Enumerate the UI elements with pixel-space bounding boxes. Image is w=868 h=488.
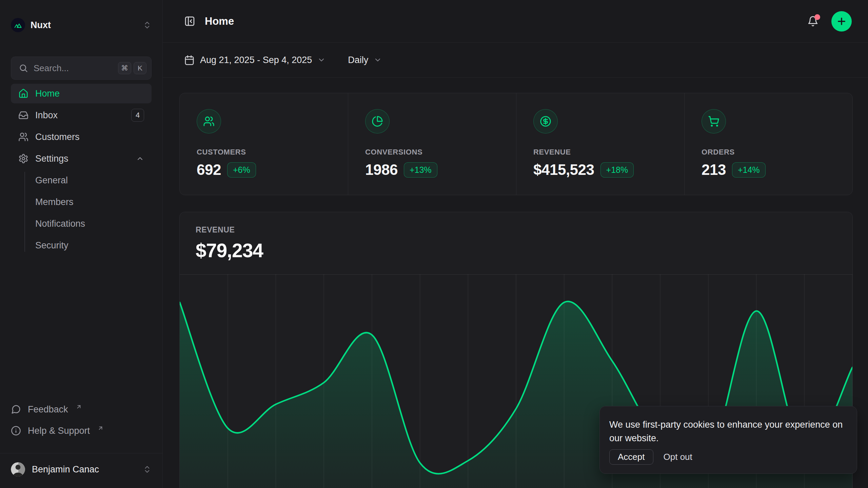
- stat-change-badge: +6%: [227, 162, 256, 178]
- user-menu[interactable]: Benjamin Canac: [11, 460, 152, 479]
- cookie-banner: We use first-party cookies to enhance yo…: [599, 406, 857, 474]
- stat-label: ORDERS: [702, 148, 835, 157]
- calendar-icon: [184, 55, 195, 65]
- filters-toolbar: Aug 21, 2025 - Sep 4, 2025 Daily: [163, 43, 868, 78]
- circle-dollar-icon: [533, 109, 558, 134]
- stat-change-badge: +18%: [600, 162, 634, 178]
- sidebar-item-label: General: [35, 175, 68, 186]
- accept-cookies-button[interactable]: Accept: [609, 449, 653, 465]
- chevron-up-icon: [136, 155, 144, 163]
- chevrons-up-down-icon: [143, 465, 152, 474]
- workspace-name: Nuxt: [31, 20, 51, 30]
- sidebar-item-label: Security: [35, 240, 68, 251]
- sidebar-item-label: Notifications: [35, 219, 85, 229]
- settings-subnav: General Members Notifications Security: [11, 170, 152, 255]
- stat-label: CONVERSIONS: [365, 148, 499, 157]
- add-button[interactable]: [831, 11, 852, 32]
- kbd-k: K: [134, 62, 146, 74]
- kbd-cmd: ⌘: [118, 62, 131, 74]
- chevron-down-icon: [374, 56, 382, 64]
- user-name: Benjamin Canac: [32, 464, 99, 475]
- users-icon: [18, 132, 28, 142]
- search-input[interactable]: Search... ⌘ K: [11, 57, 152, 80]
- search-icon: [19, 63, 28, 73]
- date-range-value: Aug 21, 2025 - Sep 4, 2025: [200, 55, 312, 65]
- stat-conversions: CONVERSIONS 1986 +13%: [348, 93, 516, 195]
- external-link-icon: [97, 425, 104, 431]
- stat-label: REVENUE: [533, 148, 667, 157]
- workspace-switcher[interactable]: Nuxt: [11, 15, 152, 35]
- stat-customers: CUSTOMERS 692 +6%: [180, 93, 348, 195]
- sidebar-item-security[interactable]: Security: [11, 236, 152, 255]
- sidebar-item-label: Members: [35, 197, 74, 207]
- pie-chart-icon: [365, 109, 390, 134]
- stat-revenue: REVENUE $415,523 +18%: [516, 93, 684, 195]
- sidebar-footer-links: Feedback Help & Support: [11, 402, 152, 446]
- panel-left-close-icon: [184, 16, 195, 27]
- gear-icon: [18, 154, 28, 164]
- sidebar-item-label: Home: [35, 88, 60, 99]
- stat-orders: ORDERS 213 +14%: [684, 93, 852, 195]
- feedback-link[interactable]: Feedback: [11, 402, 152, 417]
- user-block: Benjamin Canac: [0, 453, 162, 488]
- stat-change-badge: +13%: [404, 162, 437, 178]
- home-icon: [18, 88, 28, 99]
- shopping-cart-icon: [702, 109, 726, 134]
- notification-dot: [814, 14, 820, 20]
- chart-header: REVENUE $79,234: [180, 212, 852, 262]
- period-select[interactable]: Daily: [348, 55, 382, 65]
- stat-value: $415,523: [533, 161, 594, 178]
- info-icon: [11, 426, 21, 436]
- notifications-button[interactable]: [807, 16, 818, 27]
- page-title: Home: [205, 15, 234, 27]
- users-icon: [197, 109, 221, 134]
- optout-cookies-button[interactable]: Opt out: [664, 452, 692, 462]
- stats-row: CUSTOMERS 692 +6% CONVERSIONS 1986 +13%: [179, 93, 853, 195]
- chart-title: REVENUE: [196, 225, 836, 235]
- feedback-label: Feedback: [28, 404, 68, 415]
- message-circle-icon: [11, 404, 21, 414]
- sidebar-item-label: Inbox: [35, 110, 58, 121]
- help-support-label: Help & Support: [28, 426, 90, 436]
- sidebar-item-label: Settings: [35, 154, 68, 164]
- sidebar: Nuxt Search... ⌘ K Home: [0, 0, 163, 488]
- sidebar-item-notifications[interactable]: Notifications: [11, 214, 152, 233]
- external-link-icon: [76, 404, 82, 410]
- stat-value: 1986: [365, 161, 398, 178]
- avatar: [11, 462, 25, 476]
- sidebar-item-settings[interactable]: Settings: [11, 149, 152, 168]
- help-support-link[interactable]: Help & Support: [11, 423, 152, 439]
- nuxt-logo-icon: [11, 18, 25, 32]
- chevron-down-icon: [317, 56, 326, 64]
- sidebar-spacer: [11, 257, 152, 402]
- inbox-count-badge: 4: [131, 109, 144, 122]
- sidebar-nav: Home Inbox 4 Customers Settings: [11, 84, 152, 257]
- chevrons-up-down-icon: [143, 21, 152, 29]
- sidebar-item-members[interactable]: Members: [11, 192, 152, 212]
- stat-value: 692: [197, 161, 221, 178]
- plus-icon: [836, 16, 847, 27]
- sidebar-item-general[interactable]: General: [11, 170, 152, 190]
- stat-change-badge: +14%: [732, 162, 766, 178]
- sidebar-item-home[interactable]: Home: [11, 84, 152, 103]
- cookie-message: We use first-party cookies to enhance yo…: [609, 418, 843, 445]
- page-header: Home: [163, 0, 868, 43]
- sidebar-item-customers[interactable]: Customers: [11, 127, 152, 147]
- collapse-sidebar-button[interactable]: [184, 16, 195, 27]
- search-placeholder: Search...: [34, 63, 113, 74]
- stat-value: 213: [702, 161, 726, 178]
- stat-label: CUSTOMERS: [197, 148, 331, 157]
- search-shortcut: ⌘ K: [118, 62, 146, 74]
- chart-total-value: $79,234: [196, 239, 836, 262]
- date-range-picker[interactable]: Aug 21, 2025 - Sep 4, 2025: [184, 55, 326, 65]
- inbox-icon: [18, 110, 28, 120]
- period-value: Daily: [348, 55, 368, 65]
- sidebar-item-inbox[interactable]: Inbox 4: [11, 105, 152, 125]
- sidebar-item-label: Customers: [35, 132, 80, 142]
